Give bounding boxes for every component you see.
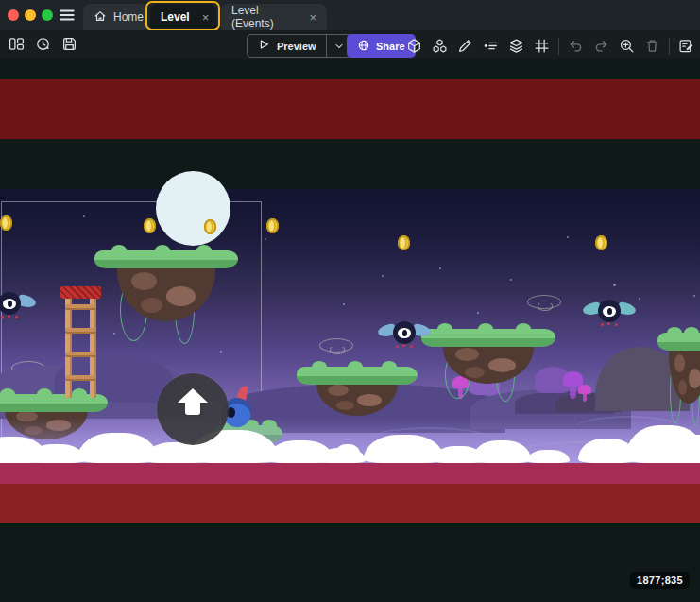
platform[interactable] [98, 250, 234, 321]
mushroom [578, 385, 591, 402]
close-tab-icon[interactable]: × [202, 10, 210, 25]
coin[interactable] [266, 218, 279, 233]
fly-enemy[interactable] [583, 298, 636, 330]
ghost-cloud [319, 338, 353, 353]
hamburger-menu-icon[interactable] [59, 7, 76, 24]
moon[interactable] [156, 171, 230, 246]
tab-level[interactable]: Level × [150, 4, 216, 30]
star [510, 279, 512, 281]
globe-icon [357, 39, 370, 54]
coin[interactable] [204, 219, 216, 234]
cloud [335, 444, 360, 456]
star [567, 236, 569, 238]
cursor-coordinates: 1877;835 [630, 572, 690, 589]
cloud [416, 451, 436, 460]
preview-label: Preview [277, 41, 316, 52]
minimize-window-button[interactable] [25, 9, 36, 21]
star [439, 267, 441, 269]
cloud [527, 450, 570, 463]
share-label: Share [376, 41, 405, 52]
preview-button[interactable]: Preview [247, 34, 352, 58]
grid-icon[interactable] [533, 37, 551, 55]
fly-enemy[interactable] [0, 290, 36, 322]
star [613, 284, 616, 286]
ground-top-band [0, 463, 700, 484]
undo-icon[interactable] [567, 37, 585, 55]
platform[interactable] [300, 367, 414, 416]
platform[interactable] [425, 329, 552, 384]
star [382, 275, 384, 277]
layout-panels-icon[interactable] [8, 35, 26, 53]
3d-box-icon[interactable] [405, 37, 423, 55]
tab-label: Level [161, 10, 190, 24]
trash-icon[interactable] [643, 37, 661, 55]
tab-label: Home [113, 10, 144, 24]
ground-band [0, 484, 700, 523]
pencil-icon[interactable] [456, 37, 474, 55]
ladder[interactable] [62, 286, 99, 398]
toolbar: Preview Share [0, 30, 700, 59]
zoom-in-icon[interactable] [618, 37, 636, 55]
star [343, 303, 345, 305]
home-icon [94, 9, 107, 26]
ceiling-band [0, 79, 700, 139]
star [639, 298, 640, 300]
tab-home[interactable]: Home [83, 4, 147, 30]
object-groups-icon[interactable] [431, 37, 449, 55]
coin[interactable] [0, 215, 12, 231]
zoom-window-button[interactable] [42, 9, 53, 21]
close-window-button[interactable] [8, 9, 19, 21]
titlebar: Home Level × Level (Events) × [0, 0, 700, 30]
close-tab-icon[interactable]: × [309, 10, 316, 25]
save-icon[interactable] [60, 35, 78, 53]
ghost-cloud [527, 295, 561, 309]
layers-icon[interactable] [507, 37, 525, 55]
redo-icon[interactable] [592, 37, 610, 55]
instances-list-icon[interactable] [482, 37, 500, 55]
jump-button[interactable] [157, 373, 229, 445]
platform[interactable] [661, 333, 700, 404]
coin[interactable] [144, 218, 156, 233]
tab-level-events[interactable]: Level (Events) × [221, 4, 327, 30]
play-icon [257, 38, 270, 55]
app-window: Home Level × Level (Events) × [0, 0, 700, 602]
scene-canvas[interactable]: 1877;835 [0, 59, 700, 602]
tab-label: Level (Events) [231, 4, 297, 30]
coin[interactable] [595, 235, 607, 250]
scene-notes-icon[interactable] [677, 37, 695, 55]
star [477, 312, 479, 314]
coin[interactable] [398, 235, 410, 250]
history-icon[interactable] [34, 35, 52, 53]
star [265, 238, 266, 240]
fly-enemy[interactable] [378, 319, 431, 352]
star [693, 295, 695, 297]
